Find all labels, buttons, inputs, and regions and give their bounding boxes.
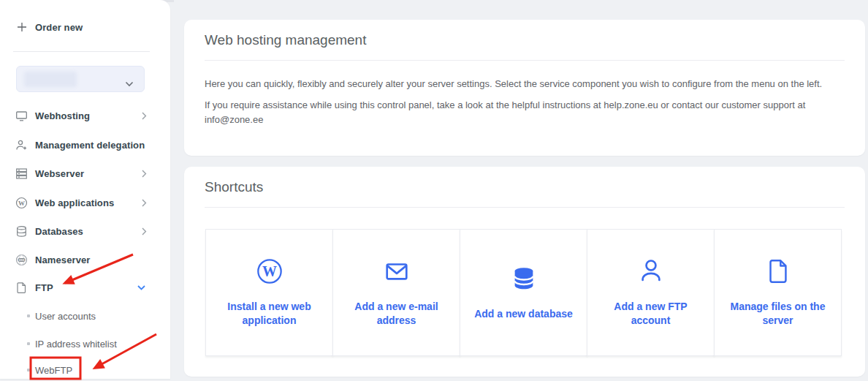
intro-paragraph: Here you can quickly, flexibly and secur… xyxy=(205,77,845,91)
plus-icon xyxy=(15,21,28,34)
bullet-icon xyxy=(27,314,30,317)
sidebar-subitem-webftp[interactable]: WebFTP xyxy=(0,357,170,381)
sidebar-item-webhosting[interactable]: Webhosting xyxy=(0,101,170,130)
svg-text:W: W xyxy=(262,263,277,279)
web-hosting-management-card: Web hosting management Here you can quic… xyxy=(184,20,865,156)
person-add-icon xyxy=(15,139,28,151)
order-new-label: Order new xyxy=(35,22,83,33)
shortcut-grid: W Install a new web application Add a ne… xyxy=(205,229,842,356)
envelope-icon xyxy=(383,257,411,285)
sidebar-subitem-user-accounts[interactable]: User accounts xyxy=(0,303,170,329)
monitor-icon xyxy=(15,110,28,122)
sidebar-item-ftp[interactable]: FTP xyxy=(0,273,170,302)
shortcut-install-web-application[interactable]: W Install a new web application xyxy=(205,229,333,356)
sidebar-subitem-label: WebFTP xyxy=(35,365,72,376)
sidebar-item-label: Management delegation xyxy=(35,140,145,151)
database-icon xyxy=(510,265,538,293)
sidebar-subitem-label: User accounts xyxy=(35,311,96,322)
wordpress-icon: W xyxy=(15,197,28,209)
shortcut-label: Add a new e-mail address xyxy=(342,300,452,328)
shortcuts-card: Shortcuts W Install a new web applicatio… xyxy=(184,167,865,377)
shortcut-add-ftp-account[interactable]: Add a new FTP account xyxy=(587,229,715,356)
shortcut-label: Manage files on the server xyxy=(723,300,833,328)
server-icon xyxy=(15,167,28,180)
chevron-down-icon xyxy=(125,77,134,90)
svg-text:W: W xyxy=(18,199,25,206)
card-body: Here you can quickly, flexibly and secur… xyxy=(184,61,865,127)
shortcut-add-database[interactable]: Add a new database xyxy=(460,229,587,356)
sidebar-item-web-applications[interactable]: W Web applications xyxy=(0,188,170,217)
svg-text:DNS: DNS xyxy=(19,258,25,261)
order-new-button[interactable]: Order new xyxy=(0,12,170,42)
person-icon xyxy=(637,257,665,285)
sidebar-item-management-delegation[interactable]: Management delegation xyxy=(0,130,170,159)
chevron-right-icon xyxy=(142,170,147,178)
header-divider xyxy=(205,207,845,208)
card-header: Shortcuts xyxy=(184,167,865,208)
sidebar-subitem-ip-address-whitelist[interactable]: IP address whitelist xyxy=(0,331,170,357)
chevron-down-icon xyxy=(137,285,145,290)
redacted-account-name xyxy=(24,72,77,87)
sidebar-item-label: FTP xyxy=(35,282,53,293)
file-icon xyxy=(15,282,28,294)
bullet-icon xyxy=(27,369,30,371)
shortcut-label: Add a new FTP account xyxy=(596,300,706,328)
shortcut-label: Install a new web application xyxy=(215,300,324,328)
shortcut-label: Add a new database xyxy=(469,307,579,321)
sidebar-divider xyxy=(13,51,150,52)
shortcut-add-email-address[interactable]: Add a new e-mail address xyxy=(332,229,460,356)
page-title: Web hosting management xyxy=(205,32,845,48)
sidebar-item-label: Webhosting xyxy=(35,110,90,121)
dns-icon: DNS xyxy=(15,254,28,266)
chevron-right-icon xyxy=(142,199,147,207)
database-icon xyxy=(15,225,28,238)
sidebar-item-webserver[interactable]: Webserver xyxy=(0,159,170,188)
bullet-icon xyxy=(27,342,30,345)
sidebar-item-label: Web applications xyxy=(35,197,114,208)
card-header: Web hosting management xyxy=(184,20,865,61)
sidebar-item-nameserver[interactable]: DNS Nameserver xyxy=(0,245,170,274)
account-select-dropdown[interactable] xyxy=(16,66,145,92)
chevron-right-icon xyxy=(142,112,147,120)
wordpress-icon: W xyxy=(256,257,283,285)
shortcut-manage-files[interactable]: Manage files on the server xyxy=(714,229,842,356)
file-icon xyxy=(764,257,792,285)
sidebar-item-label: Webserver xyxy=(35,168,84,179)
sidebar-item-label: Databases xyxy=(35,226,83,237)
sidebar-subitem-label: IP address whitelist xyxy=(35,339,117,350)
sidebar: Order new Webhosting Management delegati… xyxy=(0,0,170,379)
sidebar-item-label: Nameserver xyxy=(35,254,90,265)
support-paragraph: If you require assistance while using th… xyxy=(205,98,845,127)
shortcuts-title: Shortcuts xyxy=(205,179,845,195)
sidebar-item-databases[interactable]: Databases xyxy=(0,216,170,246)
chevron-right-icon xyxy=(142,227,147,235)
